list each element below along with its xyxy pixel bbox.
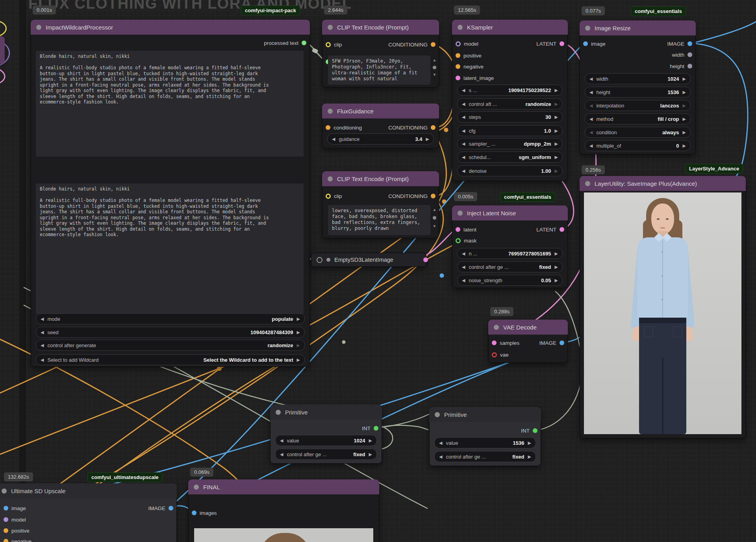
decrement-arrow-icon[interactable]: ◀ [589,90,593,94]
collapse-dot-icon[interactable] [458,211,463,216]
scroll-up-icon[interactable]: ▲ [433,58,437,62]
decrement-arrow-icon[interactable]: ◀ [589,144,593,148]
widget-seed[interactable]: ◀seed109404287484309▶ [36,327,305,338]
widget-scheduler[interactable]: ◀schedul...sgm_uniform▶ [457,152,563,163]
textarea-scrollbar[interactable]: ▲▼ [432,206,437,229]
increment-arrow-icon[interactable]: ▶ [555,278,558,283]
increment-arrow-icon[interactable]: ▶ [555,155,558,159]
input-port-samples[interactable]: samples [492,339,519,347]
textarea-scrollbar[interactable]: ▲▼ [432,57,437,78]
decrement-arrow-icon[interactable]: ◀ [589,130,593,135]
populated-text-input[interactable]: Blonde hairs, natural skin, nikki A real… [36,183,304,314]
int-port-dot[interactable] [687,64,692,68]
node-save-image-plus[interactable]: LayerUtility: SaveImage Plus(Advance) [580,176,746,438]
decrement-arrow-icon[interactable]: ◀ [41,330,44,335]
node-header[interactable]: Primitive [429,407,541,422]
widget-seed[interactable]: ◀s ...190941750239522▶ [457,85,563,96]
latent-port-dot[interactable] [560,41,564,46]
node-header[interactable]: CLIP Text Encode (Prompt) [322,20,439,35]
collapse-dot-icon[interactable] [435,412,440,417]
output-port-image[interactable]: IMAGE [539,339,564,347]
increment-arrow-icon[interactable]: ▶ [683,104,686,108]
clip-port-dot[interactable] [326,42,331,47]
increment-arrow-icon[interactable]: ▶ [555,102,558,106]
decrement-arrow-icon[interactable]: ◀ [462,252,465,256]
int-port-dot[interactable] [687,52,692,57]
scroll-thumb[interactable] [433,66,436,69]
node-final-preview[interactable]: FINAL images [188,479,379,542]
widget-value[interactable]: ◀value1536▶ [434,437,536,448]
node-header[interactable]: CLIP Text Encode (Prompt) [322,171,439,186]
input-port-images[interactable]: images [192,509,217,517]
increment-arrow-icon[interactable]: ▶ [555,142,558,146]
increment-arrow-icon[interactable]: ▶ [426,137,429,141]
increment-arrow-icon[interactable]: ▶ [555,252,558,256]
widget-denoise[interactable]: ◀denoise1.00▶ [457,165,563,176]
widget-noise-seed[interactable]: ◀n ...769597278051695▶ [457,248,563,259]
node-ksampler[interactable]: KSampler model LATENT positive negative … [452,20,568,181]
decrement-arrow-icon[interactable]: ◀ [462,129,465,133]
node-impact-wildcard-processor[interactable]: ImpactWildcardProcessor processed text B… [31,20,310,367]
node-ultimate-sd-upscale[interactable]: Ultimate SD Upscale image IMAGE model po… [0,483,177,542]
decrement-arrow-icon[interactable]: ◀ [280,452,283,457]
input-port-clip[interactable]: clip [326,192,342,200]
node-clip-text-encode-negative[interactable]: CLIP Text Encode (Prompt) clip CONDITION… [322,171,439,238]
collapse-dot-icon[interactable] [276,410,281,415]
prompt-textarea[interactable]: lowres, overexposed, distorted face, bad… [328,205,430,235]
conditioning-port-dot[interactable] [4,539,8,542]
generated-image-preview[interactable] [584,192,741,434]
widget-control-after-generate[interactable]: ◀control after ge ...fixed▶ [457,261,563,272]
node-header[interactable]: Primitive [270,405,382,420]
output-port-width[interactable]: width [672,51,692,59]
increment-arrow-icon[interactable]: ▶ [683,77,686,81]
decrement-arrow-icon[interactable]: ◀ [462,115,465,119]
widget-sampler-name[interactable]: ◀sampler_ ...dpmpp_2m▶ [457,138,563,149]
scroll-up-icon[interactable]: ▲ [433,207,437,212]
decrement-arrow-icon[interactable]: ◀ [589,77,593,81]
conditioning-port-dot[interactable] [326,125,330,130]
decrement-arrow-icon[interactable]: ◀ [589,104,593,108]
image-port-dot[interactable] [583,41,588,46]
model-port-dot[interactable] [456,41,461,46]
decrement-arrow-icon[interactable]: ◀ [462,142,465,146]
node-clip-text-encode-positive[interactable]: CLIP Text Encode (Prompt) clip CONDITION… [322,20,439,87]
decrement-arrow-icon[interactable]: ◀ [462,278,465,283]
increment-arrow-icon[interactable]: ▶ [555,129,558,133]
node-primitive-height[interactable]: Primitive INT ◀value1536▶ ◀control after… [429,407,541,466]
input-port-image[interactable]: image [583,40,606,48]
collapse-circle-icon[interactable] [317,257,322,263]
increment-arrow-icon[interactable]: ▶ [297,330,300,335]
increment-arrow-icon[interactable]: ▶ [528,441,531,445]
node-header[interactable]: FluxGuidance [322,104,439,118]
increment-arrow-icon[interactable]: ▶ [297,358,300,362]
node-header[interactable]: ImpactWildcardProcessor [31,20,310,35]
node-vae-decode[interactable]: VAE Decode samples IMAGE vae [488,320,568,363]
vae-port-dot[interactable] [492,352,497,357]
increment-arrow-icon[interactable]: ▶ [555,88,558,92]
widget-cfg[interactable]: ◀cfg1.0▶ [457,125,563,136]
collapse-dot-icon[interactable] [458,25,463,30]
conditioning-port-dot[interactable] [431,42,435,47]
clip-port-dot[interactable] [326,194,331,199]
increment-arrow-icon[interactable]: ▶ [683,117,686,121]
widget-select-wildcard[interactable]: ◀Select to add WildcardSelect the Wildca… [36,354,305,365]
int-port-dot[interactable] [533,428,537,433]
collapse-dot-icon[interactable] [585,181,590,186]
input-port-positive[interactable]: positive [456,52,482,59]
collapse-dot-icon[interactable] [328,25,333,30]
decrement-arrow-icon[interactable]: ◀ [462,265,465,269]
output-port-conditioning[interactable]: CONDITIONING [388,41,435,48]
widget-control-after-generate[interactable]: ◀control after ge ...fixed▶ [434,451,536,462]
widget-width[interactable]: ◀width1024▶ [585,73,691,84]
widget-control-after-generate[interactable]: ◀control aft ...randomize▶ [457,98,563,109]
decrement-arrow-icon[interactable]: ◀ [462,102,465,106]
prompt-textarea[interactable]: SFW P3rson, F3male, 20yo, Photograph, In… [328,55,430,85]
decrement-arrow-icon[interactable]: ◀ [41,317,44,321]
decrement-arrow-icon[interactable]: ◀ [41,358,44,362]
scroll-down-icon[interactable]: ▼ [433,72,437,77]
increment-arrow-icon[interactable]: ▶ [297,343,300,348]
input-port-positive[interactable]: positive [4,527,30,535]
collapse-dot-icon[interactable] [2,488,7,494]
input-port-model[interactable]: model [4,516,26,524]
output-port-processed-text[interactable]: processed text [264,39,306,47]
